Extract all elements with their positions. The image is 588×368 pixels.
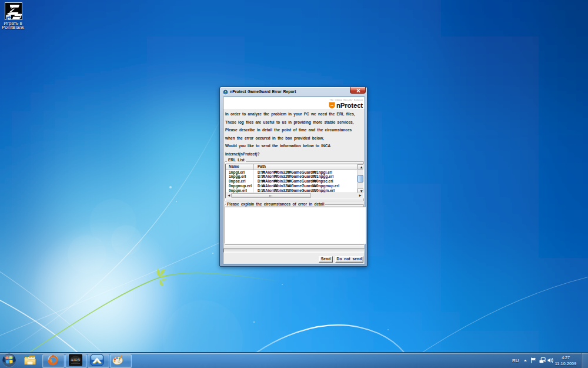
- svg-text:AION: AION: [71, 358, 81, 362]
